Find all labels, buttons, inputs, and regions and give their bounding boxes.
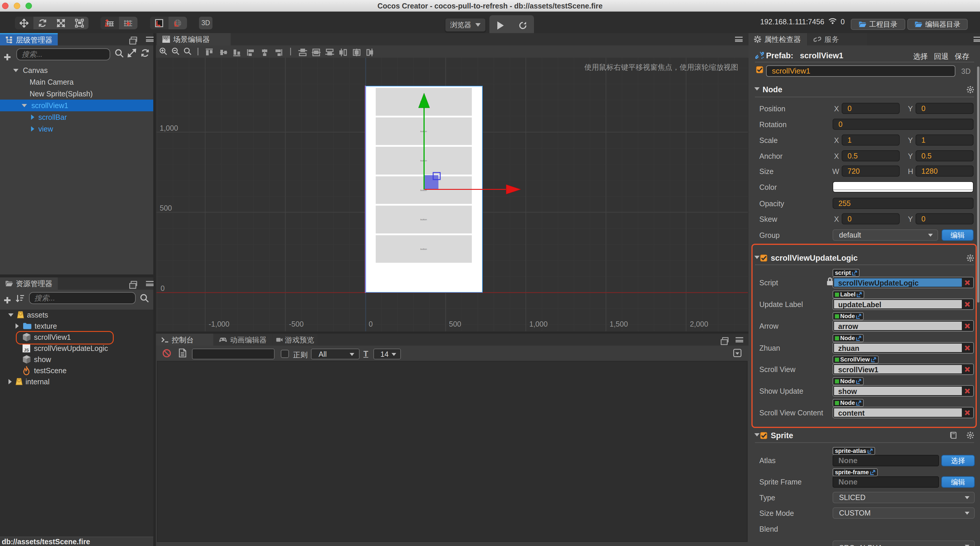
svg-text:JS: JS (24, 348, 29, 352)
